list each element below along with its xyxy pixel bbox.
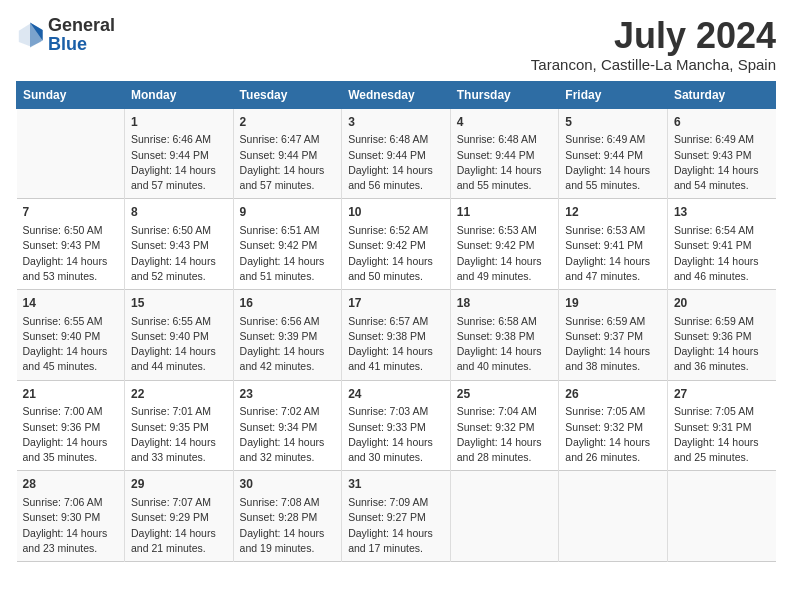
sun-time: Sunset: 9:41 PM	[565, 238, 661, 253]
calendar-cell	[559, 471, 668, 562]
sun-time: Sunset: 9:42 PM	[240, 238, 336, 253]
sun-time: Sunset: 9:43 PM	[674, 148, 770, 163]
calendar-cell: 15Sunrise: 6:55 AMSunset: 9:40 PMDayligh…	[125, 289, 234, 380]
calendar-cell: 17Sunrise: 6:57 AMSunset: 9:38 PMDayligh…	[342, 289, 451, 380]
daylight-line2: and 32 minutes.	[240, 450, 336, 465]
sun-time: Sunset: 9:40 PM	[23, 329, 119, 344]
daylight-line2: and 25 minutes.	[674, 450, 770, 465]
daylight-line1: Daylight: 14 hours	[23, 526, 119, 541]
day-number: 18	[457, 295, 553, 312]
daylight-line1: Daylight: 14 hours	[240, 526, 336, 541]
daylight-line1: Daylight: 14 hours	[240, 254, 336, 269]
cell-content: Sunrise: 7:02 AMSunset: 9:34 PMDaylight:…	[240, 404, 336, 465]
daylight-line2: and 49 minutes.	[457, 269, 553, 284]
day-number: 8	[131, 204, 227, 221]
calendar-cell: 1Sunrise: 6:46 AMSunset: 9:44 PMDaylight…	[125, 108, 234, 199]
calendar-cell: 20Sunrise: 6:59 AMSunset: 9:36 PMDayligh…	[667, 289, 775, 380]
daylight-line1: Daylight: 14 hours	[674, 435, 770, 450]
calendar-cell: 26Sunrise: 7:05 AMSunset: 9:32 PMDayligh…	[559, 380, 668, 471]
cell-content: Sunrise: 7:04 AMSunset: 9:32 PMDaylight:…	[457, 404, 553, 465]
sun-time: Sunset: 9:32 PM	[457, 420, 553, 435]
daylight-line1: Daylight: 14 hours	[348, 526, 444, 541]
day-number: 2	[240, 114, 336, 131]
week-row: 21Sunrise: 7:00 AMSunset: 9:36 PMDayligh…	[17, 380, 776, 471]
calendar-cell: 11Sunrise: 6:53 AMSunset: 9:42 PMDayligh…	[450, 199, 559, 290]
day-number: 11	[457, 204, 553, 221]
calendar-cell: 22Sunrise: 7:01 AMSunset: 9:35 PMDayligh…	[125, 380, 234, 471]
sun-time: Sunset: 9:33 PM	[348, 420, 444, 435]
daylight-line1: Daylight: 14 hours	[131, 344, 227, 359]
sun-time: Sunset: 9:44 PM	[457, 148, 553, 163]
cell-content: Sunrise: 7:01 AMSunset: 9:35 PMDaylight:…	[131, 404, 227, 465]
daylight-line2: and 53 minutes.	[23, 269, 119, 284]
sun-time: Sunrise: 6:55 AM	[23, 314, 119, 329]
sun-time: Sunset: 9:44 PM	[131, 148, 227, 163]
cell-content: Sunrise: 6:59 AMSunset: 9:37 PMDaylight:…	[565, 314, 661, 375]
sun-time: Sunrise: 6:57 AM	[348, 314, 444, 329]
cell-content: Sunrise: 6:56 AMSunset: 9:39 PMDaylight:…	[240, 314, 336, 375]
daylight-line1: Daylight: 14 hours	[240, 344, 336, 359]
sun-time: Sunrise: 6:50 AM	[23, 223, 119, 238]
daylight-line1: Daylight: 14 hours	[565, 254, 661, 269]
sun-time: Sunset: 9:43 PM	[131, 238, 227, 253]
cell-content: Sunrise: 7:06 AMSunset: 9:30 PMDaylight:…	[23, 495, 119, 556]
daylight-line2: and 21 minutes.	[131, 541, 227, 556]
daylight-line2: and 42 minutes.	[240, 359, 336, 374]
daylight-line2: and 33 minutes.	[131, 450, 227, 465]
daylight-line2: and 26 minutes.	[565, 450, 661, 465]
daylight-line1: Daylight: 14 hours	[348, 344, 444, 359]
day-header: Wednesday	[342, 81, 451, 108]
sun-time: Sunrise: 7:05 AM	[674, 404, 770, 419]
day-number: 21	[23, 386, 119, 403]
sun-time: Sunset: 9:36 PM	[674, 329, 770, 344]
daylight-line1: Daylight: 14 hours	[240, 163, 336, 178]
sun-time: Sunrise: 6:50 AM	[131, 223, 227, 238]
cell-content: Sunrise: 6:57 AMSunset: 9:38 PMDaylight:…	[348, 314, 444, 375]
day-header: Monday	[125, 81, 234, 108]
cell-content: Sunrise: 6:51 AMSunset: 9:42 PMDaylight:…	[240, 223, 336, 284]
header: General Blue July 2024 Tarancon, Castill…	[16, 16, 776, 73]
sun-time: Sunset: 9:36 PM	[23, 420, 119, 435]
sun-time: Sunset: 9:39 PM	[240, 329, 336, 344]
cell-content: Sunrise: 6:48 AMSunset: 9:44 PMDaylight:…	[348, 132, 444, 193]
sun-time: Sunset: 9:38 PM	[348, 329, 444, 344]
daylight-line1: Daylight: 14 hours	[348, 163, 444, 178]
sun-time: Sunrise: 7:06 AM	[23, 495, 119, 510]
daylight-line1: Daylight: 14 hours	[457, 254, 553, 269]
day-number: 27	[674, 386, 770, 403]
daylight-line2: and 17 minutes.	[348, 541, 444, 556]
sun-time: Sunset: 9:32 PM	[565, 420, 661, 435]
daylight-line2: and 57 minutes.	[240, 178, 336, 193]
day-number: 31	[348, 476, 444, 493]
day-header: Thursday	[450, 81, 559, 108]
sun-time: Sunset: 9:37 PM	[565, 329, 661, 344]
cell-content: Sunrise: 6:49 AMSunset: 9:43 PMDaylight:…	[674, 132, 770, 193]
calendar-cell: 25Sunrise: 7:04 AMSunset: 9:32 PMDayligh…	[450, 380, 559, 471]
calendar-cell: 16Sunrise: 6:56 AMSunset: 9:39 PMDayligh…	[233, 289, 342, 380]
cell-content: Sunrise: 6:47 AMSunset: 9:44 PMDaylight:…	[240, 132, 336, 193]
daylight-line2: and 47 minutes.	[565, 269, 661, 284]
sun-time: Sunrise: 7:02 AM	[240, 404, 336, 419]
calendar-cell: 31Sunrise: 7:09 AMSunset: 9:27 PMDayligh…	[342, 471, 451, 562]
sun-time: Sunrise: 6:53 AM	[457, 223, 553, 238]
sun-time: Sunset: 9:30 PM	[23, 510, 119, 525]
sun-time: Sunrise: 6:59 AM	[674, 314, 770, 329]
sun-time: Sunrise: 6:52 AM	[348, 223, 444, 238]
daylight-line1: Daylight: 14 hours	[457, 163, 553, 178]
calendar-cell: 8Sunrise: 6:50 AMSunset: 9:43 PMDaylight…	[125, 199, 234, 290]
sun-time: Sunset: 9:44 PM	[348, 148, 444, 163]
logo-blue: Blue	[48, 35, 115, 54]
day-number: 9	[240, 204, 336, 221]
daylight-line1: Daylight: 14 hours	[348, 254, 444, 269]
sun-time: Sunset: 9:42 PM	[348, 238, 444, 253]
cell-content: Sunrise: 6:50 AMSunset: 9:43 PMDaylight:…	[23, 223, 119, 284]
daylight-line2: and 56 minutes.	[348, 178, 444, 193]
day-number: 15	[131, 295, 227, 312]
sun-time: Sunrise: 6:59 AM	[565, 314, 661, 329]
logo: General Blue	[16, 16, 115, 54]
title-area: July 2024 Tarancon, Castille-La Mancha, …	[531, 16, 776, 73]
daylight-line2: and 19 minutes.	[240, 541, 336, 556]
day-number: 10	[348, 204, 444, 221]
calendar-cell	[667, 471, 775, 562]
daylight-line2: and 52 minutes.	[131, 269, 227, 284]
